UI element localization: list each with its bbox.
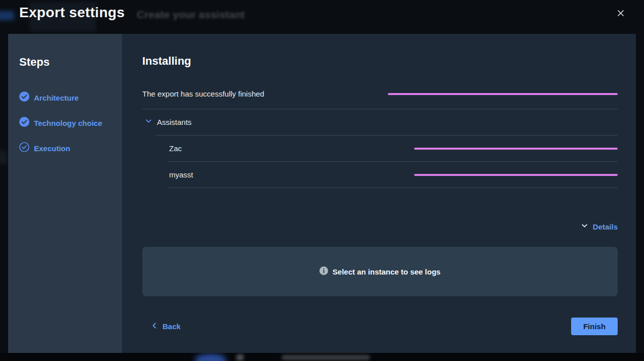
step-item-technology-choice[interactable]: Technology choice xyxy=(19,118,111,128)
finish-button[interactable]: Finish xyxy=(571,318,618,335)
steps-sidebar: Steps Architecture Technology xyxy=(8,34,122,353)
dialog-title: Export settings xyxy=(19,5,125,21)
chevron-down-icon xyxy=(581,222,588,232)
dialog-header: Export settings xyxy=(0,0,644,34)
status-message: The export has successfully finished xyxy=(142,89,264,98)
close-icon xyxy=(616,9,625,18)
info-icon xyxy=(319,266,328,277)
step-label: Technology choice xyxy=(34,119,102,127)
background-blob xyxy=(0,151,7,164)
divider xyxy=(168,188,618,188)
assistant-progress-bar xyxy=(414,148,618,150)
export-settings-overlay: Create your assistant Export settings St… xyxy=(0,0,644,361)
assistant-row-myasst[interactable]: myasst xyxy=(142,162,618,188)
overall-status-row: The export has successfully finished xyxy=(142,89,618,109)
check-circle-outline-icon xyxy=(19,142,29,154)
logs-placeholder-panel: Select an instance to see logs xyxy=(142,247,618,296)
steps-heading: Steps xyxy=(19,56,111,69)
logs-placeholder-message: Select an instance to see logs xyxy=(333,267,440,276)
background-text-blob xyxy=(281,355,370,360)
check-circle-filled-icon xyxy=(19,117,29,129)
section-assistants-toggle[interactable]: Assistants xyxy=(142,109,618,135)
background-bottom-strip xyxy=(0,353,644,361)
step-label: Execution xyxy=(34,144,70,153)
dialog-body: Steps Architecture Technology xyxy=(8,34,636,353)
details-toggle[interactable]: Details xyxy=(142,222,618,231)
back-label: Back xyxy=(163,322,181,331)
back-button[interactable]: Back xyxy=(142,322,181,331)
overall-progress-bar xyxy=(388,93,618,95)
step-item-execution[interactable]: Execution xyxy=(19,143,111,153)
chevron-down-icon xyxy=(145,117,152,127)
step-item-architecture[interactable]: Architecture xyxy=(19,93,111,103)
background-avatar-blob xyxy=(236,354,244,361)
assistant-progress-bar xyxy=(414,174,618,176)
details-label: Details xyxy=(593,222,618,231)
page-title: Installing xyxy=(142,55,618,68)
assistant-name: myasst xyxy=(169,170,193,179)
background-logo-shape xyxy=(195,354,226,361)
install-progress-panel: Installing The export has successfully f… xyxy=(122,34,636,353)
assistant-name: Zac xyxy=(169,144,182,153)
section-label: Assistants xyxy=(157,118,191,126)
dialog-footer: Back Finish xyxy=(142,318,618,335)
step-label: Architecture xyxy=(34,94,78,102)
assistant-row-zac[interactable]: Zac xyxy=(142,136,618,161)
check-circle-filled-icon xyxy=(19,92,29,104)
close-button[interactable] xyxy=(616,9,625,18)
chevron-left-icon xyxy=(151,322,158,331)
